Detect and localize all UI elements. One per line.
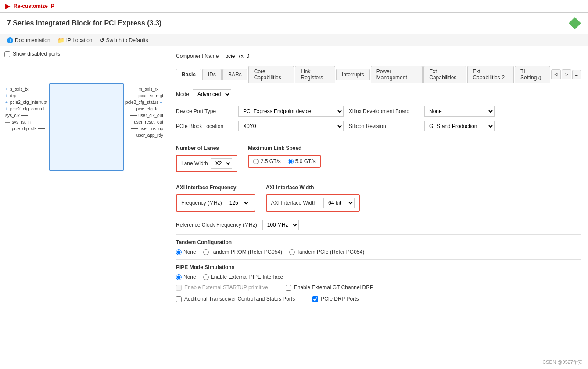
pipe-section: PIPE Mode Simulations None Enable Extern… <box>176 264 581 280</box>
tab-link-registers[interactable]: Link Registers <box>295 66 335 83</box>
port-user-clk-out: user_clk_out <box>124 113 163 118</box>
port-label: pcie_cfg_fc <box>136 106 159 111</box>
xilinx-dev-board-select[interactable]: None AC701 KC705 <box>424 106 495 117</box>
app-title: 7 Series Integrated Block for PCI Expres… <box>7 19 161 27</box>
pipe-ext-radio[interactable] <box>203 274 209 280</box>
lane-width-label: Lane Width <box>181 160 208 167</box>
pcie-block-location-select[interactable]: X0Y0 X0Y1 <box>238 121 344 131</box>
switch-to-defaults-button[interactable]: ↺ Switch to Defaults <box>100 37 148 43</box>
enable-ext-startup-label: Enable External STARTUP primitive <box>184 284 268 291</box>
tab-ids[interactable]: IDs <box>202 69 222 80</box>
tab-core-capabilities[interactable]: Core Capabilities <box>248 66 294 83</box>
show-disabled-label: Show disabled ports <box>13 51 60 57</box>
speed-50-radio[interactable] <box>288 159 294 164</box>
pcie-drp-row: PCIe DRP Ports <box>312 296 359 302</box>
documentation-button[interactable]: i Documentation <box>7 37 50 43</box>
tandem-prom-label: Tandem PROM (Refer PG054) <box>211 249 282 255</box>
pipe-ext-label: Enable External PIPE Interface <box>211 274 283 280</box>
link-speed-highlighted: 2.5 GT/s 5.0 GT/s <box>248 155 321 168</box>
app-header: 7 Series Integrated Block for PCI Expres… <box>0 13 588 34</box>
lane-width-select[interactable]: X1 X2 X4 X8 <box>211 158 232 169</box>
freq-select[interactable]: 62.5 125 250 <box>225 198 250 208</box>
show-disabled-row: Show disabled ports <box>4 51 164 57</box>
ref-clock-label: Reference Clock Frequency (MHz) <box>176 222 257 228</box>
additional-transceiver-checkbox[interactable] <box>176 296 182 302</box>
mode-select[interactable]: Basic Advanced <box>193 89 231 99</box>
tab-menu-button[interactable]: ≡ <box>572 70 581 79</box>
pipe-none-radio[interactable] <box>176 274 182 280</box>
pipe-none-label: None <box>183 274 196 280</box>
tandem-prom-radio[interactable] <box>203 249 209 255</box>
tab-power-management[interactable]: Power Management <box>371 66 423 83</box>
main-content: Show disabled ports + s_axis_tx + drp + … <box>0 46 588 369</box>
axi-width-label: AXI Interface Width <box>271 200 316 206</box>
tab-ext-capabilities-2[interactable]: Ext Capabilities-2 <box>467 66 514 83</box>
silicon-revision-select[interactable]: GES and Production Production <box>424 121 495 131</box>
show-disabled-checkbox[interactable] <box>4 51 10 57</box>
tab-scroll-left[interactable]: ◁ <box>551 69 561 79</box>
speed-25-option[interactable]: 2.5 GT/s <box>253 158 281 164</box>
tandem-prom-option[interactable]: Tandem PROM (Refer PG054) <box>203 249 282 255</box>
speed-25-radio[interactable] <box>253 159 259 164</box>
port-sys-clk: sys_clk <box>5 113 49 118</box>
lanes-title: Number of Lanes <box>176 145 237 151</box>
tandem-pcie-option[interactable]: Tandem PCIe (Refer PG054) <box>289 249 364 255</box>
speed-50-option[interactable]: 5.0 GT/s <box>288 158 316 164</box>
pipe-ext-option[interactable]: Enable External PIPE Interface <box>203 274 283 280</box>
pipe-radio-group: None Enable External PIPE Interface <box>176 274 581 280</box>
axi-width-highlighted: AXI Interface Width 32 bit 64 bit 128 bi… <box>266 194 360 212</box>
device-port-type-select[interactable]: PCI Express Endpoint device Root Port of… <box>238 106 344 117</box>
port-pcie-drp-clk: — pcie_drp_clk <box>5 126 49 131</box>
port-pcie7x-mgt: pcie_7x_mgt <box>124 93 163 98</box>
pipe-none-option[interactable]: None <box>176 274 196 280</box>
component-name-input[interactable] <box>222 52 279 60</box>
tab-scroll-area: ◁ ▷ ≡ <box>551 69 581 79</box>
port-user-app-rdy: user_app_rdy <box>124 133 163 138</box>
title-bar-label: Re-customize IP <box>14 3 54 9</box>
axi-freq-section: AXI Interface Frequency Frequency (MHz) … <box>176 180 255 215</box>
speed-section: Maximum Link Speed 2.5 GT/s 5.0 GT/s <box>248 141 321 171</box>
xilinx-logo <box>569 17 581 29</box>
port-label: user_reset_out <box>134 120 163 124</box>
xilinx-dev-board-label: Xilinx Development Board <box>349 108 419 114</box>
watermark: CSDN @9527华安 <box>542 359 583 365</box>
port-label: user_clk_out <box>138 113 163 118</box>
component-name-label: Component Name <box>176 53 219 59</box>
port-label: pcie2_cfg_status <box>125 100 158 105</box>
ip-location-button[interactable]: 📁 IP Location <box>57 37 93 43</box>
port-label: user_lnk_up <box>140 126 163 131</box>
axi-width-select[interactable]: 32 bit 64 bit 128 bit <box>323 198 355 208</box>
tabs-bar: Basic IDs BARs Core Capabilities Link Re… <box>176 66 581 83</box>
tab-ext-capabilities[interactable]: Ext Capabilities <box>423 66 466 83</box>
tab-interrupts[interactable]: Interrupts <box>336 69 370 80</box>
port-pcie2-cfg-interrupt: + pcie2_cfg_interrupt <box>5 100 49 105</box>
port-pcie-cfg-fc: pcie_cfg_fc + <box>124 106 163 111</box>
left-ports: + s_axis_tx + drp + pcie2_cfg_interrupt … <box>5 83 49 131</box>
port-pcie2-cfg-status: pcie2_cfg_status + <box>124 100 163 105</box>
axi-section: AXI Interface Frequency Frequency (MHz) … <box>176 180 581 215</box>
enable-ext-gt-row: Enable External GT Channel DRP <box>286 284 373 291</box>
device-port-type-label: Device Port Type <box>176 108 233 114</box>
tab-tl-settings[interactable]: TL Setting◁ <box>515 66 550 83</box>
port-drp: + drp <box>5 93 49 98</box>
tandem-title: Tandem Configuration <box>176 239 581 245</box>
enable-ext-gt-label: Enable External GT Channel DRP <box>294 284 373 291</box>
speed-25-label: 2.5 GT/s <box>261 158 281 164</box>
enable-ext-startup-row: Enable External STARTUP primitive <box>176 284 268 291</box>
tab-basic[interactable]: Basic <box>176 69 201 80</box>
pipe-title: PIPE Mode Simulations <box>176 264 581 270</box>
tab-bars[interactable]: BARs <box>222 69 247 80</box>
port-label: drp <box>10 93 16 98</box>
component-name-row: Component Name <box>176 52 581 60</box>
toolbar: i Documentation 📁 IP Location ↺ Switch t… <box>0 34 588 46</box>
pcie-drp-checkbox[interactable] <box>312 296 318 302</box>
folder-icon: 📁 <box>57 37 65 43</box>
enable-ext-startup-checkbox <box>176 285 182 291</box>
tandem-section: Tandem Configuration None Tandem PROM (R… <box>176 239 581 255</box>
enable-ext-gt-checkbox[interactable] <box>286 285 291 291</box>
tandem-pcie-radio[interactable] <box>289 249 295 255</box>
ref-clock-select[interactable]: 100 MHz 125 MHz <box>262 220 299 230</box>
tandem-none-radio[interactable] <box>176 249 182 255</box>
tandem-none-option[interactable]: None <box>176 249 196 255</box>
tab-scroll-right[interactable]: ▷ <box>562 69 571 79</box>
